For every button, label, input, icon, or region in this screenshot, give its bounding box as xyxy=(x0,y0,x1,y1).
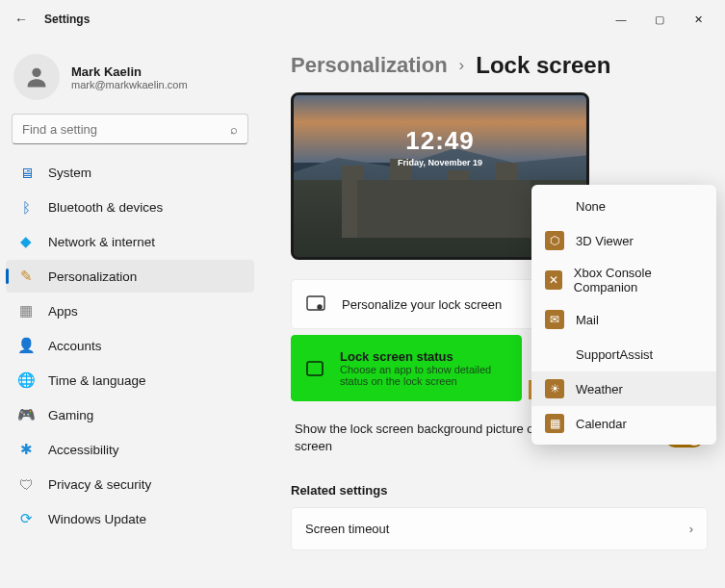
search-box[interactable]: ⌕ xyxy=(12,114,248,144)
svg-point-2 xyxy=(318,305,322,309)
nav-icon: 🎮 xyxy=(17,406,35,423)
minimize-button[interactable]: — xyxy=(602,4,640,35)
sidebar-item-network-internet[interactable]: ◆Network & internet xyxy=(6,225,254,258)
app-icon: ☀ xyxy=(545,379,564,398)
sidebar-item-accounts[interactable]: 👤Accounts xyxy=(6,329,254,362)
dropdown-item-label: Xbox Console Companion xyxy=(574,266,703,294)
sidebar-item-windows-update[interactable]: ⟳Windows Update xyxy=(6,502,254,535)
sidebar-item-label: Bluetooth & devices xyxy=(48,200,163,215)
sidebar-item-label: Accounts xyxy=(48,339,102,353)
sidebar-item-label: Network & internet xyxy=(48,235,155,249)
picture-icon xyxy=(305,294,326,315)
preview-time: 12:49 xyxy=(294,126,586,156)
related-settings-header: Related settings xyxy=(291,483,708,498)
breadcrumb-parent[interactable]: Personalization xyxy=(291,53,448,78)
dropdown-item-label: Mail xyxy=(576,313,599,327)
preview-clock: 12:49 Friday, November 19 xyxy=(294,126,586,167)
row-body: Screen timeout xyxy=(305,522,389,536)
sidebar-item-time-language[interactable]: 🌐Time & language xyxy=(6,364,254,396)
sidebar-item-label: Accessibility xyxy=(48,443,119,457)
preview-date: Friday, November 19 xyxy=(294,158,586,167)
preview-castle xyxy=(357,180,531,238)
sidebar-item-label: Personalization xyxy=(48,269,137,284)
dropdown-item-label: SupportAssist xyxy=(576,347,653,362)
row-title: Personalize your lock screen xyxy=(342,297,502,312)
nav-icon: 🖥 xyxy=(17,164,35,181)
window-controls: — ▢ ✕ xyxy=(602,4,717,35)
app-icon xyxy=(545,196,564,216)
nav-icon: 🛡 xyxy=(17,475,35,493)
search-input[interactable] xyxy=(22,122,230,137)
dropdown-item-supportassist[interactable]: SupportAssist xyxy=(531,337,716,371)
sidebar-item-accessibility[interactable]: ✱Accessibility xyxy=(6,433,254,466)
nav-icon: ✎ xyxy=(17,268,35,285)
chevron-right-icon: › xyxy=(689,522,693,536)
profile-email: mark@markwkaelin.com xyxy=(71,79,188,90)
close-button[interactable]: ✕ xyxy=(679,4,717,35)
breadcrumb: Personalization › Lock screen xyxy=(291,52,708,79)
nav-icon: ✱ xyxy=(17,441,35,458)
titlebar: ← Settings — ▢ ✕ xyxy=(0,0,725,38)
sidebar-item-label: Apps xyxy=(48,304,78,319)
status-app-dropdown[interactable]: None⬡3D Viewer✕Xbox Console Companion✉Ma… xyxy=(531,185,716,445)
nav-icon: ◆ xyxy=(17,233,35,250)
profile-text: Mark Kaelin mark@markwkaelin.com xyxy=(71,64,188,90)
sidebar-item-gaming[interactable]: 🎮Gaming xyxy=(6,398,254,431)
dropdown-item-calendar[interactable]: ▦Calendar xyxy=(531,406,716,441)
row-body: Personalize your lock screen xyxy=(342,297,502,312)
sidebar-item-label: Privacy & security xyxy=(48,477,151,492)
dropdown-item-xbox-console-companion[interactable]: ✕Xbox Console Companion xyxy=(531,258,716,302)
breadcrumb-current: Lock screen xyxy=(476,52,610,79)
search-icon: ⌕ xyxy=(230,122,238,137)
app-title: Settings xyxy=(44,13,90,26)
sidebar-item-label: Windows Update xyxy=(48,512,146,526)
dropdown-item-mail[interactable]: ✉Mail xyxy=(531,302,716,337)
dropdown-item-none[interactable]: None xyxy=(531,189,716,223)
app-icon: ✉ xyxy=(545,310,564,329)
profile-name: Mark Kaelin xyxy=(71,64,188,79)
dropdown-item-label: 3D Viewer xyxy=(576,234,634,248)
app-icon xyxy=(545,345,564,364)
profile[interactable]: Mark Kaelin mark@markwkaelin.com xyxy=(6,48,254,114)
sidebar-item-apps[interactable]: ▦Apps xyxy=(6,294,254,327)
app-icon: ▦ xyxy=(545,414,564,433)
sidebar-item-bluetooth-devices[interactable]: ᛒBluetooth & devices xyxy=(6,191,254,223)
nav-icon: 👤 xyxy=(17,337,35,354)
back-button[interactable]: ← xyxy=(8,6,35,33)
nav-list: 🖥SystemᛒBluetooth & devices◆Network & in… xyxy=(6,156,254,535)
row-title: Lock screen status xyxy=(340,349,507,364)
row-title: Screen timeout xyxy=(305,522,389,536)
app-icon: ⬡ xyxy=(545,231,564,250)
chevron-right-icon: › xyxy=(459,56,465,75)
svg-point-0 xyxy=(32,68,40,77)
screen-timeout-row[interactable]: Screen timeout › xyxy=(291,507,708,550)
person-icon xyxy=(23,64,50,90)
lock-screen-status-row[interactable]: Lock screen status Choose an app to show… xyxy=(291,335,522,401)
dropdown-item-label: Calendar xyxy=(576,417,627,431)
nav-icon: 🌐 xyxy=(17,371,35,389)
row-body: Lock screen status Choose an app to show… xyxy=(340,349,507,387)
nav-icon: ⟳ xyxy=(17,510,35,527)
dropdown-item-label: None xyxy=(576,199,606,214)
sidebar-item-system[interactable]: 🖥System xyxy=(6,156,254,189)
search-wrap: ⌕ xyxy=(6,114,254,156)
maximize-button[interactable]: ▢ xyxy=(640,4,679,35)
sidebar-item-label: Time & language xyxy=(48,373,146,388)
sidebar-item-personalization[interactable]: ✎Personalization xyxy=(6,260,254,293)
dropdown-item-label: Weather xyxy=(576,382,623,396)
svg-rect-3 xyxy=(307,362,323,375)
status-icon xyxy=(305,358,324,379)
dropdown-item-3d-viewer[interactable]: ⬡3D Viewer xyxy=(531,223,716,258)
sidebar-item-label: System xyxy=(48,166,91,180)
nav-icon: ᛒ xyxy=(17,198,35,216)
sidebar-item-privacy-security[interactable]: 🛡Privacy & security xyxy=(6,468,254,500)
sidebar: Mark Kaelin mark@markwkaelin.com ⌕ 🖥Syst… xyxy=(0,38,260,537)
nav-icon: ▦ xyxy=(17,302,35,320)
sidebar-item-label: Gaming xyxy=(48,408,93,422)
row-subtitle: Choose an app to show detailed status on… xyxy=(340,364,507,387)
app-icon: ✕ xyxy=(545,270,562,290)
dropdown-item-weather[interactable]: ☀Weather xyxy=(531,371,716,406)
avatar xyxy=(13,54,60,100)
